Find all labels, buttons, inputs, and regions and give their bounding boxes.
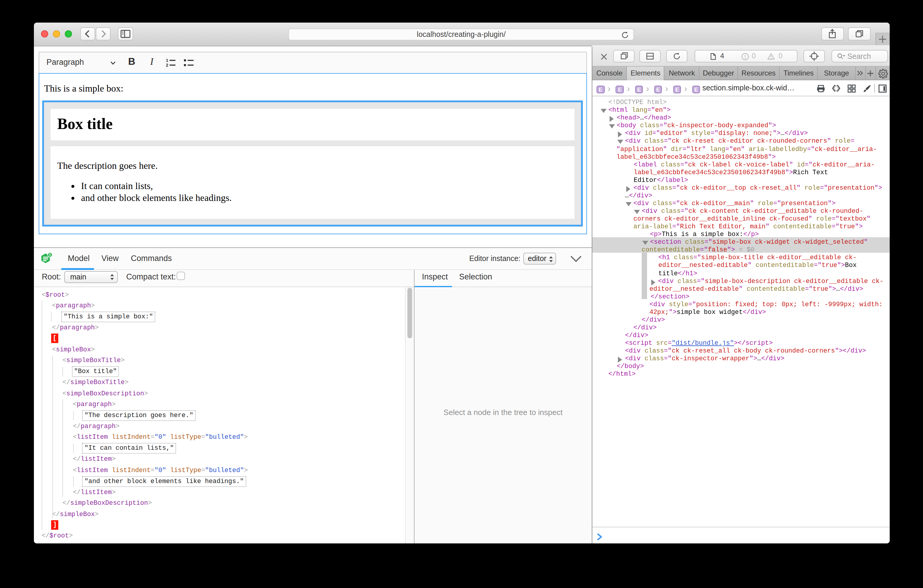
svg-text:5: 5 xyxy=(49,253,51,256)
svg-text:1: 1 xyxy=(166,58,168,63)
svg-text:2: 2 xyxy=(166,63,168,67)
